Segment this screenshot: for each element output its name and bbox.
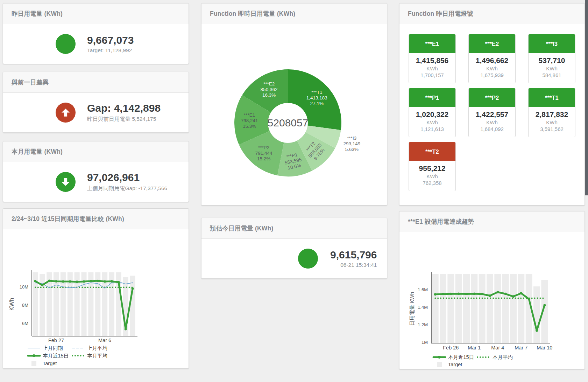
y-tick-label: 1M (421, 340, 428, 345)
status-tile-p1: ***P1 1,020,322 KWh 1,121,613 (409, 88, 456, 137)
day-gap-value: Gap: 4,142,898 (87, 102, 161, 114)
x-tick-label: Mar 6 (98, 338, 111, 343)
status-tile-p2: ***P2 1,422,557 KWh 1,684,092 (468, 88, 516, 137)
card-month-usage-header[interactable]: 本月用電量 (KWh) (3, 141, 189, 162)
tile-t1-unit: KWh (529, 119, 575, 125)
y-tick-label: 8M (22, 303, 28, 308)
tile-p2-value: 1,422,557 (469, 110, 515, 119)
tile-t1-header: ***T1 (529, 88, 575, 107)
tile-i3-value: 537,710 (529, 56, 575, 65)
card-compare-title: 2/24~3/10 近15日同期用電量比較 (KWh) (12, 215, 124, 223)
tile-p2-header: ***P2 (469, 88, 515, 107)
tile-p1-target: 1,121,613 (409, 126, 455, 132)
status-tile-e2: ***E2 1,496,662 KWh 1,675,939 (468, 34, 516, 83)
svg-text:本月近15日: 本月近15日 (448, 354, 474, 360)
arrow-up-circle-icon (56, 103, 76, 123)
e1-trend-line-chart[interactable]: 1M1.2M1.4M1.6MFeb 26Mar 1Mar 4Mar 7Mar 1… (399, 232, 585, 369)
tile-t2-header: ***T2 (409, 142, 455, 161)
tile-p1-value: 1,020,322 (409, 110, 455, 119)
legend-item-Target[interactable]: Target (437, 362, 462, 367)
status-tile-e1: ***E1 1,415,856 KWh 1,700,157 (409, 34, 456, 83)
tile-p2-unit: KWh (469, 119, 515, 125)
status-tile-grid: ***E1 1,415,856 KWh 1,700,157 ***E2 1,49… (409, 24, 575, 191)
svg-text:上月平均: 上月平均 (87, 345, 107, 351)
svg-text:Target: Target (43, 361, 57, 366)
arrow-down-circle-icon (56, 172, 76, 192)
day-gap-sub: 昨日與前日用電量 5,524,175 (87, 116, 161, 123)
legend-item-Target[interactable]: Target (31, 361, 57, 366)
tile-e1-header: ***E1 (409, 34, 455, 53)
tile-i3-unit: KWh (529, 65, 575, 71)
card-lights-header[interactable]: Function 昨日用電燈號 (399, 4, 585, 24)
card-lights-title: Function 昨日用電燈號 (408, 9, 473, 18)
tile-t1-value: 2,817,832 (529, 110, 575, 119)
down-arrow-glyph (60, 176, 71, 187)
vertical-scrollbar-thumb[interactable] (585, 0, 588, 195)
svg-text:Target: Target (448, 362, 462, 367)
energy-dashboard: 昨日用電量 (KWh) 9,667,073 Target: 11,128,992… (0, 0, 588, 382)
y-tick-label: 1.6M (418, 287, 428, 292)
x-tick-label: Mar 10 (537, 345, 552, 350)
card-estimate-title: 預估今日用電量 (KWh) (210, 224, 273, 232)
card-status-lights: Function 昨日用電燈號 ***E1 1,415,856 KWh 1,70… (399, 3, 585, 206)
legend-item-本月近15日[interactable]: 本月近15日 (28, 353, 69, 359)
card-compare-header[interactable]: 2/24~3/10 近15日同期用電量比較 (KWh) (3, 209, 189, 229)
card-e1-trend: ***E1 設備用電達成趨勢 1M1.2M1.4M1.6MFeb 26Mar 1… (399, 211, 585, 369)
status-tile-t2: ***T2 955,212 KWh 762,358 (409, 142, 456, 191)
up-arrow-glyph (60, 107, 71, 118)
tile-p1-header: ***P1 (409, 88, 455, 107)
tile-i3-header: ***I3 (529, 34, 575, 53)
card-donut-header[interactable]: Function 即時日用電量 (KWh) (201, 4, 387, 24)
green-status-circle-icon (56, 34, 76, 54)
card-function-donut: Function 即時日用電量 (KWh) ***T11,413,18327.1… (201, 3, 387, 206)
card-estimate-header[interactable]: 預估今日用電量 (KWh) (201, 218, 387, 239)
legend-item-本月平均[interactable]: 本月平均 (477, 354, 513, 360)
yesterday-value: 9,667,073 (87, 34, 134, 47)
legend-item-本月平均[interactable]: 本月平均 (72, 353, 107, 359)
tile-e2-value: 1,496,662 (469, 56, 515, 65)
tile-e1-unit: KWh (409, 65, 455, 71)
donut-center-total: 5208057 (268, 117, 309, 129)
card-yesterday-header[interactable]: 昨日用電量 (KWh) (3, 4, 189, 24)
card-trend-title: ***E1 設備用電達成趨勢 (408, 217, 474, 226)
x-tick-label: Mar 4 (491, 345, 504, 350)
card-trend-header[interactable]: ***E1 設備用電達成趨勢 (399, 211, 585, 232)
tile-p1-unit: KWh (409, 119, 455, 125)
legend-item-本月近15日[interactable]: 本月近15日 (433, 354, 474, 360)
y-axis-title: 日用電量 KWh (409, 292, 415, 326)
tile-e2-unit: KWh (469, 65, 515, 71)
svg-text:本月平均: 本月平均 (87, 353, 107, 359)
card-day-gap-title: 與前一日差異 (12, 78, 49, 86)
card-month-usage: 本月用電量 (KWh) 97,026,961 上個月同期用電Gap: -17,3… (3, 141, 189, 202)
x-tick-label: Mar 1 (468, 345, 481, 350)
estimate-timestamp: 06-21 15:34:41 (330, 262, 377, 268)
compare-line-chart[interactable]: 6M8M10MFeb 27Mar 6KWh上月同期上月平均本月近15日本月平均T… (3, 229, 189, 369)
x-tick-label: Feb 26 (443, 345, 459, 350)
tile-t2-value: 955,212 (409, 164, 455, 173)
card-yesterday-usage: 昨日用電量 (KWh) 9,667,073 Target: 11,128,992 (3, 3, 189, 64)
card-estimate-today: 預估今日用電量 (KWh) 9,615,796 06-21 15:34:41 (201, 218, 387, 279)
y-axis-title: KWh (8, 298, 15, 311)
svg-text:本月近15日: 本月近15日 (43, 353, 69, 359)
x-tick-label: Feb 27 (48, 338, 64, 343)
card-yesterday-body: 9,667,073 Target: 11,128,992 (3, 24, 189, 64)
legend-item-上月同期[interactable]: 上月同期 (28, 345, 63, 351)
green-status-circle-icon (298, 249, 318, 269)
card-day-gap-header[interactable]: 與前一日差異 (3, 72, 189, 93)
legend-item-上月平均[interactable]: 上月平均 (72, 345, 107, 351)
month-usage-sub: 上個月同期用電Gap: -17,377,566 (87, 185, 167, 192)
y-tick-label: 1.4M (418, 305, 428, 310)
tile-t1-target: 3,591,562 (529, 126, 575, 132)
card-estimate-body: 9,615,796 06-21 15:34:41 (201, 239, 387, 278)
card-month-usage-title: 本月用電量 (KWh) (12, 147, 63, 156)
tile-i3-target: 584,861 (529, 72, 575, 78)
status-tile-t1: ***T1 2,817,832 KWh 3,591,562 (528, 88, 575, 137)
card-yesterday-title: 昨日用電量 (KWh) (12, 9, 63, 18)
donut-label-I3: ***I3293,1495.63% (343, 136, 360, 152)
function-donut-chart[interactable]: ***T11,413,18327.1%***I3293,1495.63%***T… (201, 24, 388, 206)
status-tile-i3: ***I3 537,710 KWh 584,861 (528, 34, 575, 83)
tile-e2-target: 1,675,939 (469, 72, 515, 78)
card-day-gap: 與前一日差異 Gap: 4,142,898 昨日與前日用電量 5,524,175 (3, 72, 189, 133)
tile-e1-target: 1,700,157 (409, 72, 455, 78)
y-tick-label: 1.2M (418, 322, 428, 327)
